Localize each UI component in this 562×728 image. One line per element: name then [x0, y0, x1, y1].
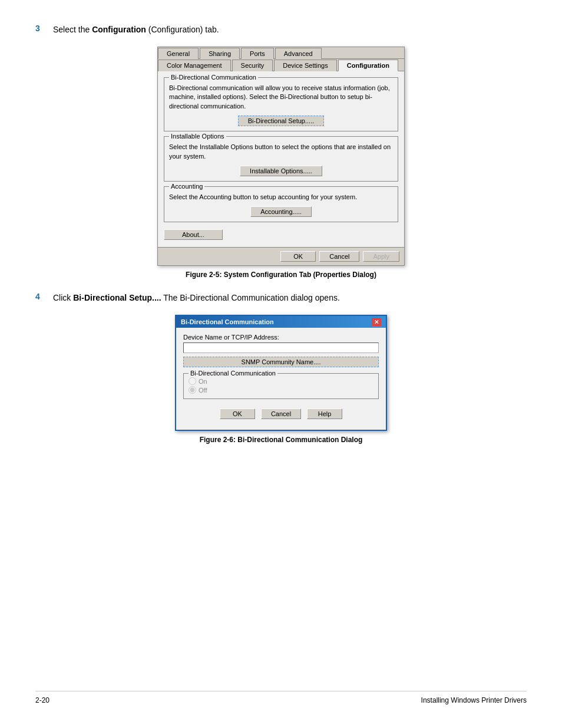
section-installable-text: Select the Installable Options button to… — [169, 143, 393, 161]
ok-button[interactable]: OK — [280, 251, 316, 262]
accounting-btn-row: Accounting..... — [169, 206, 393, 217]
bidir-title: Bi-Directional Communication — [181, 318, 274, 325]
tabs-row2: Color Management Security Device Setting… — [158, 59, 404, 71]
properties-dialog: General Sharing Ports Advanced Color Man… — [157, 47, 405, 266]
tab-sharing[interactable]: Sharing — [200, 48, 240, 59]
radio-on-row: On — [189, 377, 373, 385]
cancel-button[interactable]: Cancel — [319, 251, 359, 262]
radio-on[interactable] — [189, 377, 196, 385]
bidir-ok-button[interactable]: OK — [220, 409, 255, 419]
properties-dialog-wrapper: General Sharing Ports Advanced Color Man… — [35, 47, 527, 266]
bidir-dialog-wrapper: Bi-Directional Communication ✕ Device Na… — [35, 315, 527, 431]
step4-line: 4 Click Bi-Directional Setup.... The Bi-… — [35, 292, 527, 304]
step4-number: 4 — [35, 292, 49, 301]
tab-device-settings[interactable]: Device Settings — [274, 60, 336, 71]
installable-options-button[interactable]: Installable Options..... — [240, 166, 322, 176]
step3-bold: Configuration — [92, 25, 146, 34]
page-footer: 2-20 Installing Windows Printer Drivers — [35, 691, 527, 704]
bidirectional-setup-button[interactable]: Bi-Directional Setup..... — [238, 116, 325, 126]
tabs-row1: General Sharing Ports Advanced — [158, 47, 404, 59]
step3-text: Select the Configuration (Configuration)… — [53, 24, 219, 36]
about-btn-row: About... — [164, 227, 398, 241]
section-accounting-label: Accounting — [169, 183, 204, 190]
radio-off-row: Off — [189, 386, 373, 394]
section-bidirectional-text: Bi-Directional communication will allow … — [169, 84, 393, 111]
props-footer: OK Cancel Apply — [158, 247, 404, 265]
step3-number: 3 — [35, 24, 49, 33]
radio-on-label: On — [199, 378, 207, 385]
bidir-section-label: Bi-Directional Communication — [189, 370, 277, 377]
bidir-titlebar: Bi-Directional Communication ✕ — [176, 316, 386, 328]
tab-general[interactable]: General — [158, 48, 199, 59]
tab-advanced[interactable]: Advanced — [275, 48, 322, 59]
accounting-button[interactable]: Accounting..... — [250, 206, 312, 217]
section-bidirectional: Bi-Directional Communication Bi-Directio… — [164, 77, 398, 131]
installable-btn-row: Installable Options..... — [169, 166, 393, 176]
tab-configuration[interactable]: Configuration — [338, 60, 398, 71]
bidir-cancel-button[interactable]: Cancel — [261, 409, 301, 419]
footer-right: Installing Windows Printer Drivers — [421, 696, 527, 704]
step4-text: Click Bi-Directional Setup.... The Bi-Di… — [53, 292, 340, 304]
figure1-caption: Figure 2-5: System Configuration Tab (Pr… — [35, 271, 527, 279]
bidir-device-input[interactable] — [183, 342, 379, 353]
bidir-snmp-button[interactable]: SNMP Community Name.... — [183, 357, 379, 367]
step3-line: 3 Select the Configuration (Configuratio… — [35, 24, 527, 36]
footer-left: 2-20 — [35, 696, 49, 704]
bidir-section: Bi-Directional Communication On Off — [183, 373, 379, 399]
step4-bold: Bi-Directional Setup.... — [73, 293, 161, 302]
tab-color-management[interactable]: Color Management — [158, 60, 231, 71]
section-accounting: Accounting Select the Accounting button … — [164, 186, 398, 222]
tab-security[interactable]: Security — [232, 60, 273, 71]
bidir-device-label: Device Name or TCP/IP Address: — [183, 334, 379, 341]
about-button[interactable]: About... — [164, 229, 223, 240]
apply-button[interactable]: Apply — [363, 251, 399, 262]
bidir-help-button[interactable]: Help — [307, 409, 342, 419]
bidir-dialog: Bi-Directional Communication ✕ Device Na… — [175, 315, 387, 431]
radio-off[interactable] — [189, 386, 196, 394]
bidir-footer: OK Cancel Help — [183, 405, 379, 424]
radio-off-label: Off — [199, 387, 207, 394]
bidirectional-btn-row: Bi-Directional Setup..... — [169, 116, 393, 126]
figure2-caption: Figure 2-6: Bi-Directional Communication… — [35, 436, 527, 444]
props-body: Bi-Directional Communication Bi-Directio… — [158, 71, 404, 247]
section-installable-label: Installable Options — [169, 133, 226, 140]
section-bidirectional-label: Bi-Directional Communication — [169, 74, 258, 81]
section-installable: Installable Options Select the Installab… — [164, 136, 398, 182]
bidir-body: Device Name or TCP/IP Address: SNMP Comm… — [176, 328, 386, 430]
section-accounting-text: Select the Accounting button to setup ac… — [169, 193, 393, 202]
page-content: 3 Select the Configuration (Configuratio… — [35, 24, 527, 444]
tab-ports[interactable]: Ports — [241, 48, 274, 59]
bidir-close-button[interactable]: ✕ — [372, 318, 381, 326]
